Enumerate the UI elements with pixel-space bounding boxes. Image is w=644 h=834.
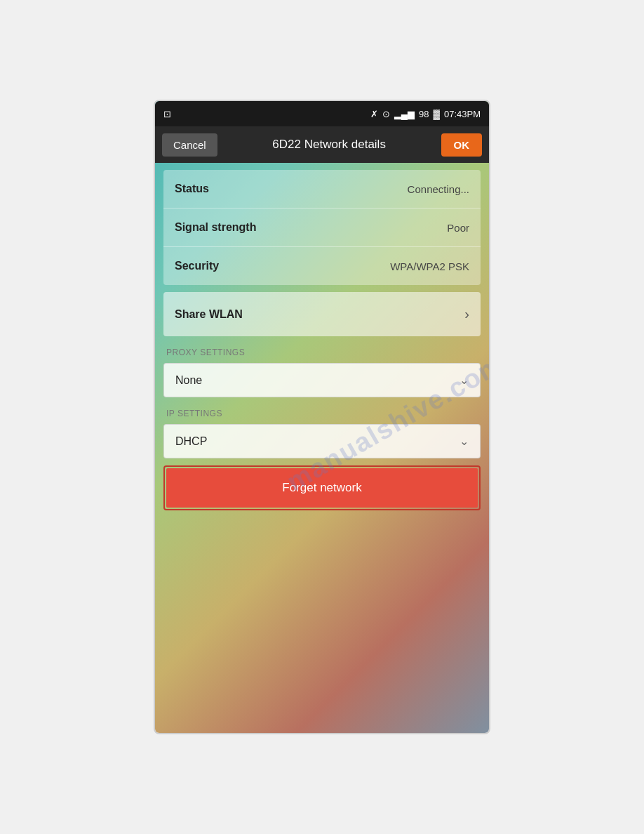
proxy-dropdown-section: None ⌄ (163, 363, 481, 397)
title-bar: Cancel 6D22 Network details OK (155, 126, 489, 163)
forget-network-section: Forget network (163, 465, 481, 510)
phone-background: ⊡ ✗ ⊙ ▂▄▆ 98 ▓ 07:43PM Cancel 6D22 Netwo… (155, 101, 489, 733)
battery-level: 98 (419, 109, 429, 119)
screen-icon: ⊡ (163, 109, 171, 119)
status-bar-right: ✗ ⊙ ▂▄▆ 98 ▓ 07:43PM (370, 109, 481, 119)
ip-dropdown-arrow-icon: ⌄ (459, 435, 469, 448)
chevron-right-icon: › (464, 306, 469, 322)
security-label: Security (175, 260, 219, 272)
page-title: 6D22 Network details (272, 138, 386, 152)
hotspot-icon: ⊙ (382, 109, 390, 119)
security-value: WPA/WPA2 PSK (390, 260, 469, 272)
proxy-dropdown-value: None (175, 374, 202, 387)
sim-icon: ✗ (370, 109, 378, 119)
status-bar: ⊡ ✗ ⊙ ▂▄▆ 98 ▓ 07:43PM (155, 101, 489, 126)
cancel-button[interactable]: Cancel (162, 133, 217, 157)
proxy-settings-label: PROXY SETTINGS (155, 339, 489, 360)
share-wlan-section: Share WLAN › (163, 292, 481, 336)
signal-strength-label: Signal strength (175, 221, 256, 234)
ok-button[interactable]: OK (441, 133, 483, 157)
battery-icon: ▓ (433, 109, 439, 119)
forget-network-button[interactable]: Forget network (166, 468, 478, 508)
content-area: Status Connecting... Signal strength Poo… (155, 170, 489, 510)
status-bar-left: ⊡ (163, 109, 171, 119)
status-value: Connecting... (408, 183, 469, 195)
network-info-section: Status Connecting... Signal strength Poo… (163, 170, 481, 285)
signal-strength-row: Signal strength Poor (163, 208, 481, 247)
proxy-dropdown-arrow-icon: ⌄ (459, 373, 469, 387)
status-label: Status (175, 183, 209, 195)
share-wlan-label: Share WLAN (175, 308, 243, 321)
time-display: 07:43PM (444, 109, 481, 119)
ip-dropdown[interactable]: DHCP ⌄ (163, 424, 481, 458)
ip-dropdown-value: DHCP (175, 435, 207, 448)
proxy-dropdown[interactable]: None ⌄ (163, 363, 481, 397)
signal-strength-value: Poor (447, 222, 469, 234)
ip-settings-label: IP SETTINGS (155, 400, 489, 421)
security-row: Security WPA/WPA2 PSK (163, 247, 481, 285)
signal-icon: ▂▄▆ (394, 109, 415, 119)
share-wlan-row[interactable]: Share WLAN › (163, 292, 481, 336)
ip-dropdown-section: DHCP ⌄ (163, 424, 481, 458)
status-row: Status Connecting... (163, 170, 481, 208)
phone-frame: ⊡ ✗ ⊙ ▂▄▆ 98 ▓ 07:43PM Cancel 6D22 Netwo… (154, 100, 490, 734)
